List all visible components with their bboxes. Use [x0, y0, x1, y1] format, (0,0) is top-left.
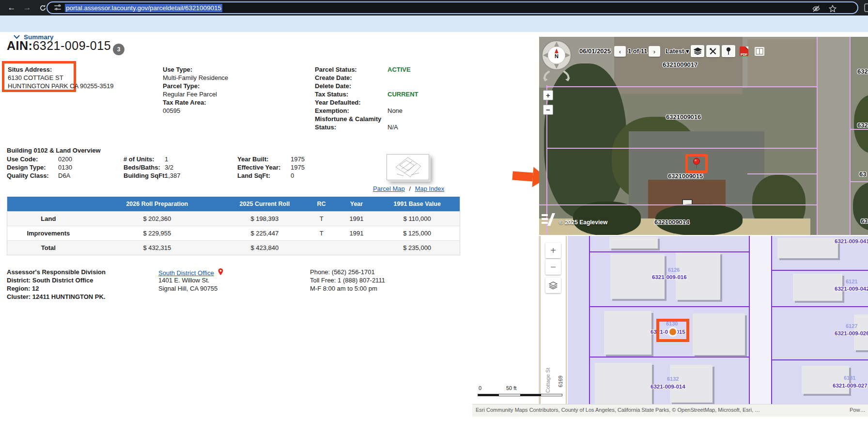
orange-box-annotation-parcelmap — [656, 319, 689, 342]
forward-icon[interactable]: → — [21, 2, 33, 14]
beds-baths-label: Beds/Baths: — [124, 164, 160, 171]
effective-year-label: Effective Year: — [237, 164, 280, 171]
parcel-ain-label: 6321-009-027 — [833, 383, 868, 389]
assessor-region: Region: 12 — [7, 285, 39, 292]
eagleview-logo — [542, 212, 558, 227]
table-header-row: 2026 Roll Preparation 2025 Current Roll … — [7, 197, 460, 211]
year-built-label: Year Built: — [237, 156, 268, 163]
tools-button[interactable] — [706, 45, 720, 57]
year-built-value: 1975 — [291, 156, 305, 163]
misfortune-status-label: Status: — [315, 124, 336, 131]
assessor-cluster: Cluster: 12411 HUNTINGTON PK. — [7, 293, 105, 300]
use-type-value: Multi-Family Residence — [163, 74, 228, 81]
situs-line1: 6130 COTTAGE ST — [8, 74, 63, 81]
rotate-arrows-icon[interactable] — [542, 71, 571, 81]
parcelmap-layers-button[interactable] — [545, 278, 561, 293]
building-footprint — [604, 311, 651, 355]
split-view-icon — [755, 47, 764, 56]
street-name-label: Cottage St — [545, 368, 551, 393]
scale-zero-label: 0 — [479, 385, 481, 391]
red-pushpin-marker[interactable] — [693, 158, 700, 171]
count-badge[interactable]: 3 — [113, 44, 124, 55]
effective-year-value: 1975 — [291, 164, 305, 171]
map-index-link[interactable]: Map Index — [415, 185, 445, 192]
prev-image-button[interactable]: ‹ — [614, 46, 626, 57]
aerial-parcel-label-cut: 632 — [857, 68, 868, 75]
parcel-status-value: ACTIVE — [388, 66, 411, 73]
parcel-boundary — [772, 306, 868, 307]
url-bar[interactable]: portal.assessor.lacounty.gov/parceldetai… — [46, 1, 858, 14]
next-image-button[interactable]: › — [649, 46, 660, 57]
misfortune-status-value: N/A — [388, 124, 398, 131]
office-address1: 1401 E. Willow St. — [158, 277, 210, 284]
house-number-label: 6131 — [844, 375, 855, 381]
street-edge-line — [540, 236, 541, 406]
parcel-ain-label: 6321-009-016 — [652, 274, 687, 280]
image-pager: 1 of 11 — [628, 47, 647, 55]
aerial-map[interactable]: 6321009017 6321009016 6321009015 6321009… — [539, 37, 868, 235]
office-address2: Signal Hill, CA 90755 — [158, 285, 217, 292]
url-text[interactable]: portal.assessor.lacounty.gov/parceldetai… — [65, 4, 222, 12]
pushpin-button[interactable] — [722, 45, 735, 57]
parcel-map[interactable]: 6126 6321-009-016 6130 6321-009-015 6132… — [472, 236, 868, 417]
parcel-line — [850, 181, 868, 182]
parcelmap-zoom-in-button[interactable]: + — [545, 243, 561, 258]
district-office-link[interactable]: South District Office — [158, 269, 214, 277]
use-code-value: 0200 — [58, 156, 72, 163]
office-hours: M-F 8:00 am to 5:00 pm — [310, 285, 377, 292]
star-icon[interactable] — [828, 4, 837, 13]
compass-icon[interactable]: N — [541, 40, 572, 71]
pdf-export-button[interactable]: PDF — [737, 45, 751, 57]
browser-toolbar: ← → portal.assessor.lacounty.gov/parceld… — [0, 0, 868, 16]
aerial-parcel-label: 6321009017 — [663, 61, 698, 68]
parcel-line — [850, 37, 851, 235]
back-icon[interactable]: ← — [6, 2, 17, 14]
parcel-line — [747, 173, 818, 174]
land-sqft-value: 0 — [291, 172, 294, 179]
assessor-title: Assessor's Responsible Division — [7, 268, 106, 276]
split-view-button[interactable] — [753, 45, 766, 57]
ain-value: 6321-009-015 — [32, 39, 111, 52]
building-sqft-label: Building SqFt: — [124, 172, 167, 179]
eye-off-icon[interactable] — [812, 4, 821, 13]
tra-value: 00595 — [163, 107, 180, 114]
aerial-street — [818, 37, 851, 235]
aerial-parcel-label-cut: 63 — [859, 171, 866, 178]
latest-dropdown[interactable]: Latest ▾ — [666, 47, 689, 55]
map-pin-icon — [218, 268, 223, 277]
scale-distance-label: 50 ft — [506, 385, 516, 391]
parcel-line — [850, 129, 868, 130]
building-footprint — [777, 238, 838, 258]
parcel-map-link[interactable]: Parcel Map — [373, 185, 405, 192]
site-settings-icon[interactable] — [54, 5, 61, 11]
header-1991-base: 1991 Base Value — [374, 201, 460, 207]
header-2026-roll: 2026 Roll Preparation — [90, 201, 225, 207]
building-footprint — [693, 313, 745, 355]
parcel-boundary — [749, 236, 750, 406]
layers-icon — [549, 281, 558, 289]
delete-date-label: Delete Date: — [315, 82, 351, 90]
imagery-date: 06/01/2025 — [579, 47, 611, 55]
aerial-parcel-label: 6321009016 — [666, 113, 701, 121]
units-label: # of Units: — [124, 156, 155, 163]
use-code-label: Use Code: — [7, 156, 38, 163]
aerial-zoom-out-button[interactable]: − — [543, 105, 553, 115]
beds-baths-value: 3/2 — [165, 164, 173, 171]
exemption-label: Exemption: — [315, 107, 349, 114]
table-row-total: Total $ 432,315 $ 423,840 $ 235,000 — [7, 240, 460, 255]
parcel-ain-label: 6321-009-041 — [835, 238, 868, 244]
parcel-boundary — [589, 251, 750, 252]
building-sqft-value: 1,387 — [165, 172, 181, 179]
parcel-boundary — [771, 236, 772, 406]
aerial-zoom-in-button[interactable]: + — [543, 90, 553, 100]
parcelmap-street-2 — [750, 236, 771, 406]
parcel-boundary — [589, 357, 750, 358]
parcelmap-zoom-out-button[interactable]: − — [545, 259, 561, 275]
office-tollfree: Toll Free: 1 (888) 807-2111 — [310, 277, 385, 284]
clipped-extension-icon — [864, 3, 868, 12]
layers-button[interactable] — [691, 45, 704, 57]
parcel-boundary — [589, 306, 750, 307]
parcel-sketch-thumbnail[interactable] — [387, 154, 429, 180]
office-link-row: South District Office — [158, 268, 223, 277]
quality-class-label: Quality Class: — [7, 172, 49, 179]
